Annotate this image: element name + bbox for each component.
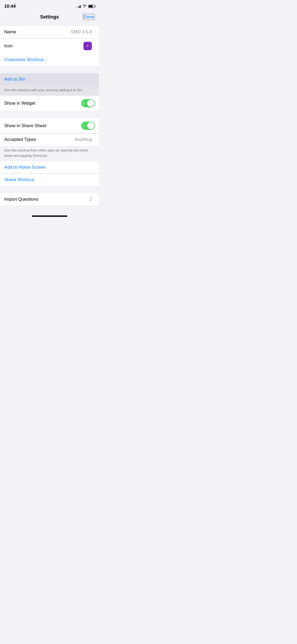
widget-label: Show in Widget (4, 101, 35, 106)
share-shortcut-row[interactable]: Share Shortcut (0, 174, 99, 186)
share-sheet-label: Show in Share Sheet (4, 123, 46, 128)
name-icon-group: Name SMD 3.5.8 › Icon › (0, 26, 99, 54)
icon-preview (83, 42, 92, 50)
status-time: 10:44 (4, 4, 16, 9)
toggle-knob (87, 100, 94, 107)
done-button[interactable]: Done (83, 14, 95, 20)
share-sheet-row[interactable]: Show in Share Sheet I (0, 118, 99, 134)
share-sheet-toggle[interactable]: I (81, 122, 95, 130)
accepted-types-label: Accepted Types (4, 137, 36, 142)
icon-chevron-icon: › (93, 44, 95, 48)
name-chevron-icon: › (93, 30, 95, 34)
icon-label: Icon (4, 43, 13, 49)
siri-label: Add to Siri (4, 77, 25, 82)
customize-group: Customize Shortcut... (0, 54, 99, 66)
status-icons (76, 4, 95, 8)
accepted-types-value-container: Anything › (74, 137, 95, 142)
section-gap-1 (0, 66, 99, 73)
accepted-types-chevron-icon: › (93, 137, 95, 142)
import-questions-value-container: 2 › (89, 197, 95, 202)
icon-row[interactable]: Icon › (0, 38, 99, 54)
customize-row[interactable]: Customize Shortcut... (0, 54, 99, 66)
siri-description-text: Run this shortcut with your voice by add… (4, 88, 83, 92)
home-indicator (0, 213, 99, 218)
home-screen-group: Add to Home Screen Share Shortcut (0, 161, 99, 186)
wifi-icon (82, 4, 87, 8)
battery-icon (88, 5, 95, 8)
accepted-types-value: Anything (74, 137, 92, 142)
share-shortcut-label: Share Shortcut (4, 177, 34, 182)
name-value-container: SMD 3.5.8 › (71, 29, 95, 35)
icon-value-container: › (83, 42, 95, 50)
share-sheet-description-block: Use this shortcut from other apps by ope… (0, 146, 99, 161)
home-bar (32, 215, 67, 217)
widget-toggle[interactable]: I (81, 99, 95, 107)
import-questions-group: Import Questions 2 › (0, 193, 99, 205)
widget-group: Show in Widget I (0, 96, 99, 111)
top-gap (0, 23, 99, 26)
customize-label: Customize Shortcut... (4, 57, 47, 62)
chevron-down-icon (85, 44, 90, 48)
section-gap-2 (0, 111, 99, 118)
share-sheet-group: Show in Share Sheet I Accepted Types Any… (0, 118, 99, 146)
signal-icon (76, 5, 81, 8)
import-questions-chevron-icon: › (93, 197, 95, 201)
share-sheet-toggle-knob (87, 122, 94, 129)
import-questions-row[interactable]: Import Questions 2 › (0, 193, 99, 205)
accepted-types-row[interactable]: Accepted Types Anything › (0, 134, 99, 146)
nav-title: Settings (40, 14, 59, 20)
widget-row[interactable]: Show in Widget I (0, 96, 99, 111)
add-to-home-screen-row[interactable]: Add to Home Screen (0, 161, 99, 174)
add-to-home-screen-label: Add to Home Screen (4, 165, 46, 170)
share-sheet-description-text: Use this shortcut from other apps by ope… (4, 148, 88, 158)
section-gap-3 (0, 186, 99, 193)
import-questions-value: 2 (89, 197, 92, 202)
siri-group: Add to Siri Run this shortcut with your … (0, 73, 99, 96)
siri-description-block: Run this shortcut with your voice by add… (0, 85, 99, 96)
name-value: SMD 3.5.8 (71, 29, 92, 35)
name-row[interactable]: Name SMD 3.5.8 › (0, 26, 99, 38)
bottom-gap (0, 205, 99, 213)
status-bar: 10:44 (0, 0, 99, 11)
siri-row[interactable]: Add to Siri (0, 73, 99, 85)
name-label: Name (4, 29, 16, 35)
import-questions-label: Import Questions (4, 197, 38, 202)
nav-bar: Settings Done (0, 11, 99, 23)
